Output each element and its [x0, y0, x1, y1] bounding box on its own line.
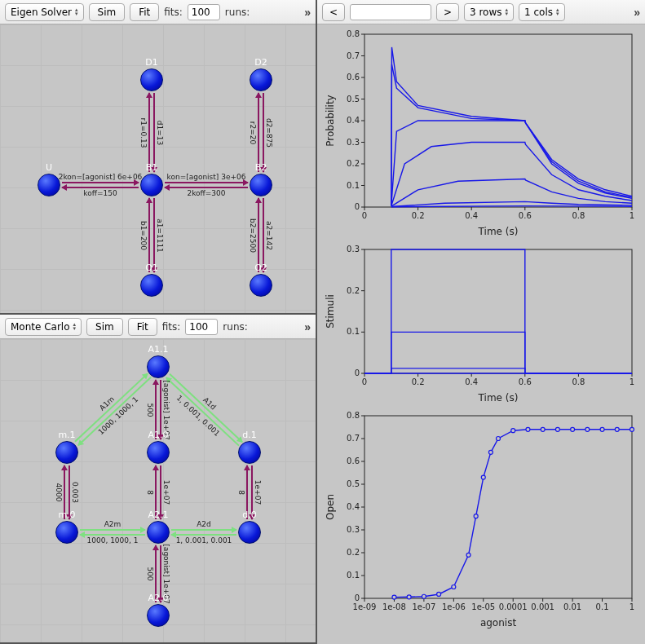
edge-label: 500 [146, 403, 154, 417]
runs-label: runs: [225, 7, 250, 18]
fits-label: fits: [164, 7, 183, 18]
svg-text:0.7: 0.7 [347, 434, 360, 443]
solver-select[interactable]: Eigen Solver ▴▾ [5, 3, 84, 21]
expand-button[interactable]: » [304, 320, 311, 333]
cols-select[interactable]: 1 cols ▴▾ [519, 3, 565, 21]
svg-text:0.8: 0.8 [347, 29, 360, 38]
state-node[interactable]: A2.1 [147, 521, 170, 544]
svg-text:Open: Open [325, 494, 336, 520]
expand-button[interactable]: » [634, 6, 640, 19]
state-node[interactable]: m.0 [55, 521, 78, 544]
state-node[interactable]: d.0 [238, 521, 261, 544]
expand-button[interactable]: » [304, 6, 311, 19]
state-node[interactable]: U [38, 174, 60, 196]
state-node[interactable]: O1 [140, 274, 163, 297]
edge-label: 8 [237, 490, 245, 495]
svg-text:0.4: 0.4 [347, 116, 360, 125]
svg-text:0.01: 0.01 [563, 602, 581, 611]
svg-rect-33 [364, 249, 632, 373]
svg-text:agonist: agonist [480, 617, 517, 629]
svg-text:0.2: 0.2 [347, 548, 360, 557]
state-node[interactable]: d.1 [238, 441, 261, 464]
svg-text:Stimuli: Stimuli [325, 294, 336, 329]
state-node[interactable]: m.1 [55, 441, 78, 464]
svg-text:0.6: 0.6 [347, 457, 360, 465]
svg-point-101 [452, 585, 456, 589]
svg-point-99 [422, 594, 426, 598]
edge-label: 500 [146, 567, 154, 580]
edge-label: 1e+07 [162, 480, 170, 505]
cols-value: 1 cols [524, 7, 553, 18]
sim-button[interactable]: Sim [86, 318, 123, 336]
svg-text:0.6: 0.6 [519, 211, 532, 220]
node-label: A1.0 [148, 430, 168, 440]
next-button[interactable]: > [436, 3, 459, 21]
state-node[interactable]: D1 [140, 68, 163, 91]
svg-text:0.1: 0.1 [347, 181, 360, 190]
edge-label: a2=142 [265, 221, 273, 250]
edge-label: 1, 0.001, 0.001 [176, 536, 232, 545]
svg-point-100 [437, 592, 441, 596]
edge-label: 4000 [55, 483, 63, 502]
fit-button[interactable]: Fit [128, 318, 157, 336]
edge-label: b2=2500 [249, 218, 257, 253]
state-node[interactable]: B1 [140, 174, 163, 196]
svg-text:1e-08: 1e-08 [382, 602, 406, 611]
svg-text:1: 1 [630, 602, 634, 611]
sim-button[interactable]: Sim [89, 3, 126, 21]
page-input[interactable] [350, 4, 431, 20]
svg-text:0.7: 0.7 [347, 51, 360, 60]
node-label: D2 [254, 58, 267, 68]
node-label: A2.1 [148, 510, 168, 520]
plot-Open[interactable]: 1e-091e-081e-071e-061e-050.00010.0010.01… [322, 409, 640, 631]
solver-select[interactable]: Monte Carlo ▴▾ [5, 318, 82, 336]
svg-text:Time (s): Time (s) [478, 226, 519, 237]
edge-label: b1=200 [139, 220, 148, 249]
svg-point-105 [488, 450, 493, 454]
svg-text:0.3: 0.3 [347, 245, 360, 254]
svg-text:Probability: Probability [325, 95, 336, 146]
solver-value: Eigen Solver [11, 7, 72, 18]
svg-text:0.0001: 0.0001 [499, 602, 528, 611]
edge-label: 1000, 1000, 1 [87, 536, 139, 545]
svg-point-106 [497, 437, 501, 441]
edge-label: A2m [104, 520, 121, 528]
fits-input[interactable] [188, 4, 220, 20]
svg-text:0.3: 0.3 [347, 138, 360, 147]
svg-text:0.1: 0.1 [596, 602, 609, 611]
prev-button[interactable]: < [322, 3, 345, 21]
plot-Stimuli[interactable]: 00.20.40.60.8100.10.20.3Time (s)Stimuli [322, 243, 640, 406]
fit-button[interactable]: Fit [130, 3, 159, 21]
svg-point-114 [615, 427, 619, 431]
fits-input[interactable] [185, 319, 218, 335]
svg-rect-56 [364, 416, 632, 598]
node-label: O2 [254, 263, 267, 273]
node-label: m.1 [58, 430, 75, 440]
spinner-icon: ▴▾ [506, 8, 509, 16]
state-node[interactable]: O2 [250, 274, 272, 297]
svg-text:0.8: 0.8 [347, 411, 360, 420]
svg-text:0.001: 0.001 [531, 602, 554, 611]
state-diagram-2[interactable]: A1m1000, 1000, 1A1d1, 0.001, 0.001[agoni… [0, 339, 316, 642]
node-label: d.0 [242, 510, 256, 520]
svg-text:0.4: 0.4 [465, 377, 478, 386]
state-node[interactable]: A1.0 [147, 441, 170, 464]
state-node[interactable]: B2 [250, 174, 272, 196]
node-label: A2.0 [148, 593, 168, 603]
edge[interactable] [164, 372, 244, 448]
svg-text:0.5: 0.5 [347, 95, 360, 104]
rows-select[interactable]: 3 rows ▴▾ [464, 3, 514, 21]
svg-text:0.4: 0.4 [347, 502, 360, 511]
svg-point-107 [511, 429, 515, 433]
node-label: B2 [255, 163, 267, 173]
edge-label: 2koff=300 [187, 189, 225, 197]
state-diagram-1[interactable]: d1=13r1=0.13d2=875r2=202kon=[agonist] 6e… [0, 24, 316, 313]
edge-label: A2d [197, 520, 211, 528]
state-node[interactable]: A1.1 [147, 355, 170, 378]
fits-label: fits: [162, 321, 181, 333]
state-node[interactable]: A2.0 [147, 604, 170, 627]
plot-Probability[interactable]: 00.20.40.60.8100.10.20.30.40.50.60.70.8T… [322, 28, 640, 240]
edge[interactable] [73, 372, 152, 448]
svg-text:0.3: 0.3 [347, 525, 360, 534]
state-node[interactable]: D2 [250, 68, 272, 91]
